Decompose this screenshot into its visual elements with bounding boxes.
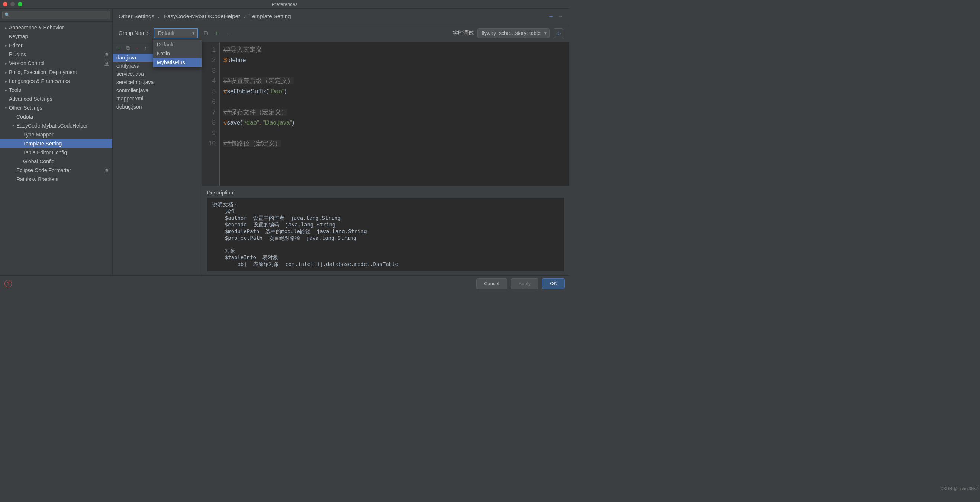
sidebar-item[interactable]: ▸Appearance & Behavior bbox=[0, 23, 112, 32]
main-panel: Other Settings › EasyCode-MybatisCodeHel… bbox=[113, 8, 569, 275]
search-icon: 🔍 bbox=[5, 12, 10, 18]
remove-group-button[interactable]: － bbox=[224, 29, 232, 37]
sidebar-item-label: Eclipse Code Formatter bbox=[16, 167, 104, 173]
move-up-button[interactable]: ↑ bbox=[142, 45, 149, 51]
ok-button[interactable]: OK bbox=[542, 278, 565, 289]
breadcrumb-item[interactable]: EasyCode-MybatisCodeHelper bbox=[164, 13, 240, 19]
chevron-icon: ▸ bbox=[3, 70, 9, 74]
group-toolbar: Group Name: Default ▼ ⧉ ＋ － 实时调试 flyway_… bbox=[113, 24, 569, 42]
description-text: 说明文档： 属性 $author 设置中的作者 java.lang.String… bbox=[207, 198, 564, 271]
sidebar-item[interactable]: Plugins⊟ bbox=[0, 50, 112, 59]
description-panel: Description: 说明文档： 属性 $author 设置中的作者 jav… bbox=[202, 186, 569, 275]
copy-group-button[interactable]: ⧉ bbox=[202, 29, 209, 37]
sidebar-item-label: Global Config bbox=[23, 158, 109, 164]
sidebar-item[interactable]: Type Mapper bbox=[0, 130, 112, 139]
line-gutter: 12345678910 bbox=[202, 42, 220, 186]
chevron-icon: ▸ bbox=[4, 105, 8, 111]
remove-file-button[interactable]: － bbox=[134, 45, 140, 51]
breadcrumb-item[interactable]: Template Setting bbox=[250, 13, 291, 19]
sidebar-item-label: Appearance & Behavior bbox=[9, 24, 109, 30]
sidebar-item[interactable]: ▸Tools bbox=[0, 86, 112, 94]
sidebar-item-label: Tools bbox=[9, 87, 109, 93]
chevron-icon: ▸ bbox=[11, 123, 16, 129]
sidebar-item-label: Rainbow Brackets bbox=[16, 176, 109, 182]
description-label: Description: bbox=[207, 190, 564, 196]
sidebar-item[interactable]: Codota bbox=[0, 112, 112, 121]
group-name-label: Group Name: bbox=[119, 30, 150, 36]
breadcrumb-item[interactable]: Other Settings bbox=[119, 13, 154, 19]
search-bar: 🔍 bbox=[0, 8, 112, 22]
chevron-icon: ▸ bbox=[3, 79, 9, 83]
add-file-button[interactable]: ＋ bbox=[116, 45, 123, 51]
template-file[interactable]: mapper.xml bbox=[113, 94, 202, 103]
code-lines: ##导入宏定义$!define##设置表后缀（宏定义）#setTableSuff… bbox=[220, 42, 569, 186]
debug-target-combo[interactable]: flyway_sche…story: table ▼ bbox=[477, 28, 550, 38]
chevron-icon: ▸ bbox=[3, 25, 9, 30]
sidebar-item-label: EasyCode-MybatisCodeHelper bbox=[16, 123, 109, 129]
apply-button[interactable]: Apply bbox=[511, 278, 539, 289]
chevron-icon: ▸ bbox=[3, 61, 9, 65]
sidebar-item[interactable]: ▸Version Control⊟ bbox=[0, 59, 112, 68]
sidebar-item[interactable]: Global Config bbox=[0, 157, 112, 166]
sidebar-item[interactable]: Table Editor Config bbox=[0, 148, 112, 157]
chevron-down-icon: ▼ bbox=[544, 31, 547, 35]
run-debug-button[interactable]: ▷ bbox=[554, 28, 563, 38]
add-group-button[interactable]: ＋ bbox=[213, 29, 221, 37]
debug-target-value: flyway_sche…story: table bbox=[482, 30, 541, 36]
sidebar-item-label: Build, Execution, Deployment bbox=[9, 69, 109, 75]
sidebar-item[interactable]: ▸Editor bbox=[0, 41, 112, 50]
close-window-icon[interactable] bbox=[3, 2, 8, 6]
dropdown-option[interactable]: MybatisPlus bbox=[153, 58, 202, 67]
sidebar-item-label: Editor bbox=[9, 42, 109, 48]
template-file[interactable]: serviceImpl.java bbox=[113, 78, 202, 86]
sidebar-item-label: Table Editor Config bbox=[23, 150, 109, 155]
sidebar-item-label: Codota bbox=[16, 114, 109, 120]
realtime-debug-label: 实时调试 bbox=[453, 30, 474, 37]
breadcrumb: Other Settings › EasyCode-MybatisCodeHel… bbox=[113, 8, 569, 24]
sidebar-item-label: Plugins bbox=[9, 51, 104, 57]
sidebar-item[interactable]: ▸EasyCode-MybatisCodeHelper bbox=[0, 121, 112, 130]
template-file[interactable]: controller.java bbox=[113, 86, 202, 94]
group-dropdown: DefaultKotlinMybatisPlus bbox=[153, 40, 202, 67]
cancel-button[interactable]: Cancel bbox=[476, 278, 507, 289]
template-file[interactable]: debug.json bbox=[113, 103, 202, 111]
settings-tree: ▸Appearance & BehaviorKeymap▸EditorPlugi… bbox=[0, 22, 112, 275]
group-name-combo[interactable]: Default ▼ bbox=[154, 28, 198, 38]
project-badge-icon: ⊟ bbox=[104, 52, 109, 57]
sidebar-item[interactable]: ▸Build, Execution, Deployment bbox=[0, 68, 112, 76]
group-name-value: Default bbox=[158, 30, 174, 36]
chevron-down-icon: ▼ bbox=[191, 31, 195, 35]
project-badge-icon: ⊟ bbox=[104, 168, 109, 173]
chevron-icon: ▸ bbox=[3, 43, 9, 48]
sidebar-item-label: Other Settings bbox=[9, 105, 109, 111]
copy-file-button[interactable]: ⧉ bbox=[124, 45, 131, 51]
chevron-icon: ▸ bbox=[3, 88, 9, 92]
sidebar-item[interactable]: ▸Languages & Frameworks bbox=[0, 76, 112, 86]
sidebar-item-label: Keymap bbox=[9, 33, 109, 40]
minimize-window-icon[interactable] bbox=[10, 2, 15, 6]
dropdown-option[interactable]: Default bbox=[153, 40, 202, 49]
back-icon[interactable]: ← bbox=[548, 13, 554, 19]
help-button[interactable]: ? bbox=[5, 280, 12, 287]
code-editor[interactable]: 12345678910 ##导入宏定义$!define##设置表后缀（宏定义）#… bbox=[202, 42, 569, 186]
window-title: Preferences bbox=[271, 2, 298, 7]
sidebar-item-label: Type Mapper bbox=[23, 132, 109, 138]
sidebar-item[interactable]: Keymap bbox=[0, 32, 112, 41]
template-file-list: ＋ ⧉ － ↑ ↓ dao.javaentity.javaservice.jav… bbox=[113, 42, 202, 275]
sidebar-item-label: Version Control bbox=[9, 60, 104, 66]
sidebar-item[interactable]: ▸Other Settings bbox=[0, 104, 112, 112]
search-input[interactable] bbox=[2, 11, 110, 19]
maximize-window-icon[interactable] bbox=[18, 2, 22, 6]
sidebar-item[interactable]: Eclipse Code Formatter⊟ bbox=[0, 166, 112, 175]
sidebar-item[interactable]: Template Setting bbox=[0, 139, 112, 148]
titlebar: Preferences bbox=[0, 0, 569, 8]
chevron-right-icon: › bbox=[244, 13, 246, 19]
template-file[interactable]: service.java bbox=[113, 70, 202, 78]
sidebar-item-label: Template Setting bbox=[23, 140, 109, 147]
forward-icon[interactable]: → bbox=[558, 13, 563, 19]
chevron-right-icon: › bbox=[158, 13, 160, 19]
project-badge-icon: ⊟ bbox=[104, 61, 109, 66]
sidebar-item[interactable]: Advanced Settings bbox=[0, 94, 112, 104]
dropdown-option[interactable]: Kotlin bbox=[153, 49, 202, 58]
sidebar-item[interactable]: Rainbow Brackets bbox=[0, 175, 112, 184]
